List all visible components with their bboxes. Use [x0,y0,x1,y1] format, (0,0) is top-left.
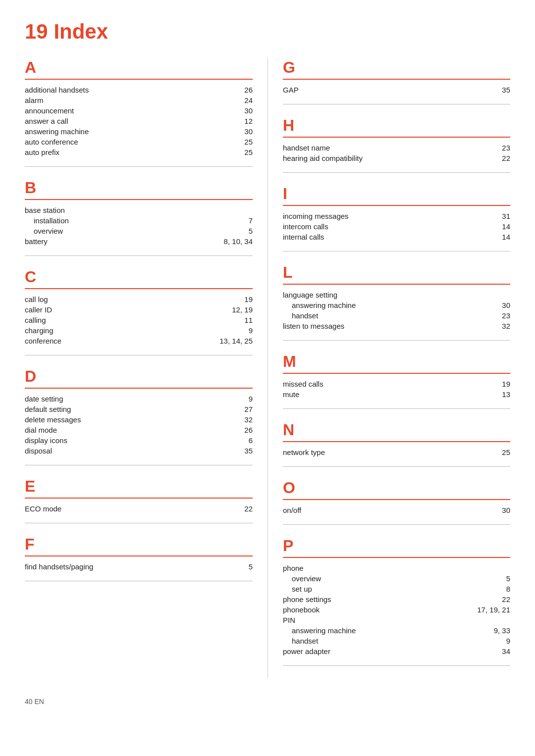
entry-page: 25 [471,448,510,456]
index-entry: GAP35 [283,85,510,95]
entry-label: listen to messages [283,322,344,330]
index-entry: answering machine30 [25,126,253,137]
entry-page: 32 [471,322,510,330]
entry-page [471,291,510,299]
index-entry: power adapter34 [283,646,510,656]
entry-label: announcement [25,106,74,115]
section-p: Pphoneoverview5set up8phone settings22ph… [283,537,510,666]
section-letter-h: H [283,116,510,138]
entry-page: 19 [213,295,253,303]
section-divider [283,665,510,666]
entry-label: dial mode [25,426,57,434]
entry-page: 25 [213,138,253,146]
section-letter-m: M [283,353,510,374]
entry-label: phone [283,564,304,572]
entry-label: auto conference [25,138,78,146]
entry-page: 9, 33 [471,626,510,635]
index-entry: overview5 [283,573,510,584]
entry-label: PIN [283,616,295,624]
entry-page: 31 [471,212,510,220]
entry-page: 13, 14, 25 [213,337,253,345]
entry-page: 12 [213,117,253,125]
section-letter-c: C [25,268,253,289]
entry-page: 8, 10, 34 [213,237,253,246]
entry-page: 9 [213,395,253,403]
entry-page: 22 [213,504,253,513]
entry-label: answering machine [283,301,356,309]
index-entry: find handsets/paging5 [25,561,253,572]
section-o: Oon/off30 [283,479,510,525]
entry-label: display icons [25,436,67,445]
index-entry: battery8, 10, 34 [25,236,253,247]
section-letter-d: D [25,367,253,389]
entry-page: 9 [471,637,510,645]
section-e: EECO mode22 [25,477,253,523]
index-entry: ECO mode22 [25,504,253,514]
entry-page: 26 [213,426,253,434]
entry-label: incoming messages [283,212,349,220]
section-divider [25,255,253,256]
entry-page: 22 [471,154,510,162]
entry-label: set up [283,585,312,593]
entry-page: 5 [213,562,253,571]
index-entry: announcement30 [25,105,253,116]
entry-page: 27 [213,405,253,413]
index-entry: internal calls14 [283,232,510,242]
left-column: Aadditional handsets26alarm24announcemen… [25,58,268,678]
section-h: Hhandset name23hearing aid compatibility… [283,116,510,173]
entry-page: 26 [213,86,253,94]
entry-label: overview [25,227,63,235]
index-entry: installation7 [25,215,253,226]
index-entry: overview5 [25,226,253,236]
entry-page: 14 [471,233,510,241]
index-entry: auto conference25 [25,137,253,147]
entry-label: auto prefix [25,148,59,156]
entry-page: 17, 19, 21 [471,605,510,614]
entry-label: delete messages [25,415,81,424]
entry-label: overview [283,574,321,583]
index-entry: auto prefix25 [25,147,253,157]
index-entry: display icons6 [25,435,253,446]
page-title: 19 Index [25,20,510,44]
section-divider [283,408,510,409]
section-letter-p: P [283,537,510,558]
entry-page [213,206,253,214]
index-entry: network type25 [283,447,510,457]
entry-label: installation [25,216,69,225]
section-c: Ccall log19caller ID12, 19calling11charg… [25,268,253,355]
entry-label: phonebook [283,605,320,614]
section-letter-g: G [283,58,510,80]
entry-page: 5 [471,574,510,583]
entry-label: phone settings [283,595,331,604]
entry-label: handset name [283,144,330,152]
section-letter-n: N [283,421,510,442]
index-entry: listen to messages32 [283,321,510,331]
index-entry: phone settings22 [283,594,510,605]
entry-label: answer a call [25,117,68,125]
entry-page: 30 [213,127,253,136]
entry-page: 22 [471,595,510,604]
index-entry: PIN [283,615,510,625]
entry-page: 7 [213,216,253,225]
section-divider [283,104,510,104]
section-divider [25,166,253,167]
index-entry: phonebook17, 19, 21 [283,605,510,615]
index-entry: delete messages32 [25,414,253,425]
section-letter-f: F [25,535,253,556]
index-entry: language setting [283,290,510,300]
entry-label: answering machine [283,626,356,635]
index-entry: answer a call12 [25,116,253,126]
entry-label: find handsets/paging [25,562,93,571]
entry-page: 5 [213,227,253,235]
entry-page: 30 [471,301,510,309]
entry-label: charging [25,326,54,335]
index-entry: phone [283,563,510,573]
index-entry: hearing aid compatibility22 [283,153,510,163]
index-entry: charging9 [25,325,253,336]
entry-label: battery [25,237,48,246]
entry-page: 35 [471,86,510,94]
section-m: Mmissed calls19mute13 [283,353,510,409]
index-entry: base station [25,205,253,215]
entry-label: hearing aid compatibility [283,154,363,162]
entry-label: language setting [283,291,337,299]
